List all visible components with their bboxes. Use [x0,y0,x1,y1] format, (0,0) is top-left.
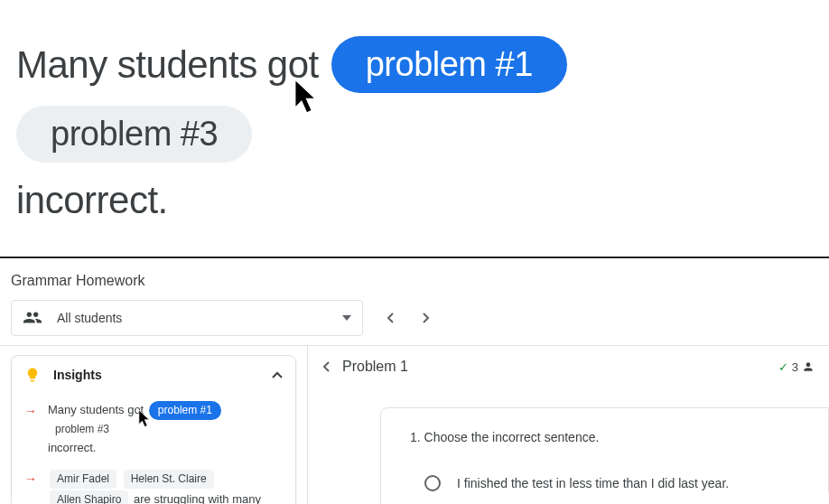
completion-status: ✓ 3 [778,360,815,374]
cursor-icon [138,410,153,428]
arrow-right-icon: → [24,469,37,504]
chevron-left-icon [387,313,394,323]
app-body: Grammar Homework All students [0,258,829,504]
hero-section: Many students got problem #1 problem #3 … [0,0,829,257]
insights-card: Insights → Many students got problem #1 … [11,355,296,504]
next-button[interactable] [415,307,437,329]
insights-title: Insights [53,368,272,382]
dropdown-label: All students [57,311,122,325]
problem-title: Problem 1 [342,359,778,375]
main-panel: Problem 1 ✓ 3 1. Choose the incorrect se… [307,346,829,504]
arrow-right-icon: → [24,401,37,458]
chevron-up-icon [272,371,283,378]
hero-text-after: incorrect. [16,179,168,222]
person-icon [802,360,815,373]
student-chip[interactable]: Amir Fadel [50,470,116,489]
question-text: 1. Choose the incorrect sentence. [410,430,799,444]
lightbulb-icon [24,367,41,383]
chip-problem-3[interactable]: problem #3 [48,420,116,439]
side-panel: Insights → Many students got problem #1 … [0,346,307,504]
students-dropdown[interactable]: All students [11,300,363,336]
toolbar: All students [0,300,829,345]
app-title: Grammar Homework [0,258,829,300]
hero-text-before: Many students got [16,43,319,87]
chevron-right-icon [423,313,430,323]
prev-button[interactable] [379,307,401,329]
chip-problem-1[interactable]: problem #1 [149,401,221,420]
back-button[interactable] [322,361,330,372]
check-icon: ✓ [778,360,788,374]
radio-icon [424,475,441,491]
insights-toggle[interactable]: Insights [12,356,295,394]
problem-card: 1. Choose the incorrect sentence. I fini… [380,407,829,504]
student-chip[interactable]: Allen Shapiro [50,490,128,504]
insight-item-problems: → Many students got problem #1 problem #… [12,394,295,462]
hero-chip-problem-3[interactable]: problem #3 [16,106,252,163]
hero-chip-problem-1[interactable]: problem #1 [331,36,567,93]
student-chip[interactable]: Helen St. Claire [124,470,214,489]
answer-option-1[interactable]: I finished the test in less time than I … [410,464,799,502]
caret-down-icon [342,315,351,321]
insight-item-students: → Amir Fadel Helen St. Claire Allen Shap… [12,462,295,504]
people-icon [23,308,42,328]
